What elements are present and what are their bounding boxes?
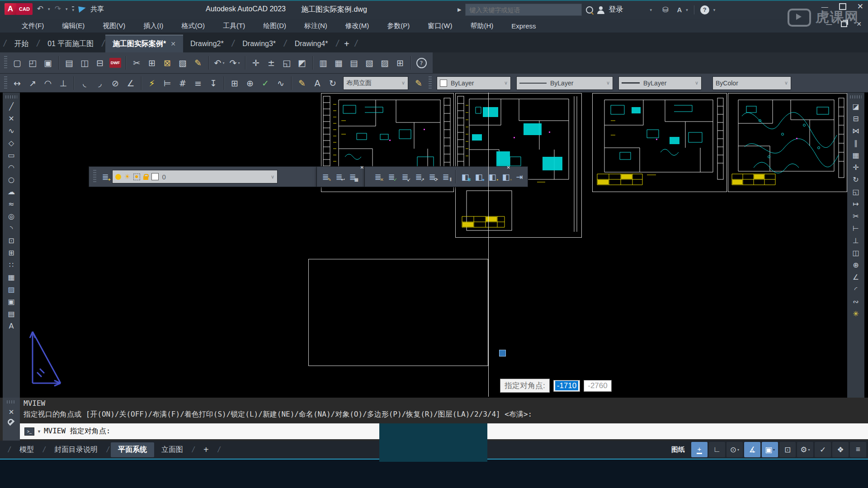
search-input[interactable]	[465, 4, 582, 16]
offset-icon[interactable]: ∥	[849, 137, 862, 149]
close-toolbar-icon[interactable]: ✕	[507, 165, 510, 170]
search-collapse-icon[interactable]: ▶	[458, 7, 461, 13]
command-options-chevron-icon[interactable]: ▼	[37, 429, 41, 434]
break-icon[interactable]: ◫	[849, 247, 862, 258]
zoom-realtime-icon[interactable]: ±	[264, 55, 278, 70]
menu-modify[interactable]: 修改(M)	[336, 19, 378, 33]
share-label[interactable]: 共享	[90, 5, 104, 14]
baseline-dimension-icon[interactable]: ⊨	[160, 75, 174, 91]
angular-dimension-icon[interactable]: ∠	[124, 75, 137, 91]
minimize-window-icon[interactable]: —	[821, 3, 828, 10]
jogged-linear-icon[interactable]: ∿	[274, 75, 288, 91]
insert-block-icon[interactable]: ⊡	[5, 235, 18, 246]
dimension-text-edit-icon[interactable]: A	[311, 75, 324, 91]
linetype-combo[interactable]: ByLayer∨	[516, 76, 613, 90]
radius-dimension-icon[interactable]: ◟	[78, 75, 91, 91]
fullscreen-toggle-button[interactable]: ❖	[832, 442, 849, 457]
fillet-icon[interactable]: ◜	[849, 284, 862, 295]
toolbar-grip[interactable]	[850, 95, 862, 99]
jogged-dimension-icon[interactable]: ◞	[93, 75, 107, 91]
sign-in-dropdown-icon[interactable]: ▾	[650, 8, 652, 12]
layer-translator-icon[interactable]: ≣▦	[347, 171, 359, 183]
scale-icon[interactable]: ◱	[849, 186, 862, 197]
file-tab-drawing2[interactable]: Drawing2*	[183, 35, 231, 52]
layer-unlock-icon[interactable]: ◧▫	[500, 171, 512, 183]
layer-unisolate-icon[interactable]: ≣⟳	[426, 171, 438, 183]
pan-icon[interactable]: ✛	[249, 55, 263, 70]
dimension-inspect-icon[interactable]: ✓	[259, 75, 272, 91]
toolbar-grip[interactable]	[93, 170, 96, 183]
polygon-icon[interactable]: ◇	[5, 137, 18, 149]
paste-clip-icon[interactable]: ⊠	[160, 55, 174, 70]
close-tab-icon[interactable]: ✕	[170, 40, 176, 47]
menu-help[interactable]: 帮助(H)	[461, 19, 502, 33]
plot-icon[interactable]: ▤	[62, 55, 76, 70]
menu-express[interactable]: Express	[502, 19, 545, 33]
menu-tools[interactable]: 工具(T)	[214, 19, 254, 33]
close-window-icon[interactable]: ✕	[857, 3, 863, 10]
match-properties-icon[interactable]: ▧	[176, 55, 189, 70]
change-to-current-layer-icon[interactable]: ≣✓	[386, 171, 397, 183]
undo-icon[interactable]: ↶▾	[212, 55, 226, 70]
search-icon[interactable]	[586, 6, 593, 14]
file-tab-drawing3[interactable]: Drawing3*	[235, 35, 283, 52]
redo-icon[interactable]: ↷▾	[228, 55, 241, 70]
lineweight-combo[interactable]: ByLayer∨	[618, 76, 702, 90]
menu-draw[interactable]: 绘图(D)	[254, 19, 295, 33]
layer-thaw-icon[interactable]: ☀	[124, 173, 130, 181]
point-icon[interactable]: ∷	[5, 259, 18, 271]
toolbar-grip[interactable]	[4, 56, 7, 70]
file-tab-start[interactable]: 开始	[7, 35, 36, 52]
customize-wrench-icon[interactable]	[7, 419, 15, 427]
rotate-icon[interactable]: ↻	[849, 174, 862, 185]
sign-in-button[interactable]: 登录	[609, 5, 623, 14]
menu-edit[interactable]: 编辑(E)	[53, 19, 94, 33]
menu-dimension[interactable]: 标注(N)	[295, 19, 336, 33]
dynamic-input-y-field[interactable]: -2760	[584, 380, 611, 392]
menu-file[interactable]: 文件(F)	[13, 19, 53, 33]
cut-icon[interactable]: ✂	[130, 55, 143, 70]
continue-dimension-icon[interactable]: #	[176, 75, 189, 91]
ellipse-arc-icon[interactable]: ◝	[5, 223, 18, 234]
copy-icon[interactable]: ⊟	[849, 113, 862, 124]
multiline-text-icon[interactable]: A	[5, 320, 18, 332]
new-drawing-tab-button[interactable]: +	[340, 35, 354, 52]
viewport-4[interactable]	[728, 93, 847, 192]
layout-tab-elevation[interactable]: 立面图	[154, 442, 190, 457]
layer-off-icon[interactable]: ◧●	[473, 171, 485, 183]
extend-icon[interactable]: ⊢	[849, 223, 862, 234]
file-tab-drawing4[interactable]: Drawing4*	[288, 35, 335, 52]
export-dwf-icon[interactable]	[108, 55, 122, 70]
save-icon[interactable]: ▣	[41, 55, 55, 70]
ellipse-icon[interactable]: ◎	[5, 211, 18, 222]
arc-length-dimension-icon[interactable]: ◠	[41, 75, 55, 91]
sheet-set-manager-icon[interactable]: ▧	[363, 55, 376, 70]
center-mark-icon[interactable]: ⊕	[243, 75, 257, 91]
erase-icon[interactable]: ◪	[849, 101, 862, 112]
circle-icon[interactable]: ○	[5, 174, 18, 185]
layer-on-icon[interactable]	[115, 174, 121, 180]
zoom-window-icon[interactable]: ◱	[280, 55, 293, 70]
break-at-point-icon[interactable]: ⊥	[849, 235, 862, 246]
plot-style-combo[interactable]: ByColor∨	[712, 76, 791, 90]
layer-vp-freeze-icon[interactable]	[133, 174, 140, 180]
autodesk-share-icon[interactable]: A	[677, 4, 682, 16]
toolbar-grip[interactable]	[4, 76, 7, 90]
array-icon[interactable]: ▦	[849, 150, 862, 161]
customization-gear-button[interactable]: ⚙▾	[797, 442, 813, 457]
properties-palette-icon[interactable]: ▥	[316, 55, 330, 70]
create-block-icon[interactable]: ⊞	[5, 247, 18, 258]
ortho-mode-button[interactable]: ∟	[709, 442, 725, 457]
quick-calculator-icon[interactable]: ⊞	[393, 55, 407, 70]
rectangle-icon[interactable]: ▭	[5, 150, 18, 161]
region-icon[interactable]: ▣	[5, 296, 18, 307]
construction-line-icon[interactable]: ✕	[5, 113, 18, 124]
undo-dropdown-icon[interactable]: ▾	[48, 7, 50, 11]
layer-match-icon[interactable]: ≣✕	[372, 171, 384, 183]
tool-palettes-icon[interactable]: ▤	[347, 55, 361, 70]
object-color-combo[interactable]: ByLayer∨	[437, 76, 511, 90]
polyline-icon[interactable]: ∿	[5, 125, 18, 136]
undo-icon[interactable]: ↶	[37, 3, 43, 15]
menu-view[interactable]: 视图(V)	[94, 19, 134, 33]
diameter-dimension-icon[interactable]: ⊘	[108, 75, 122, 91]
